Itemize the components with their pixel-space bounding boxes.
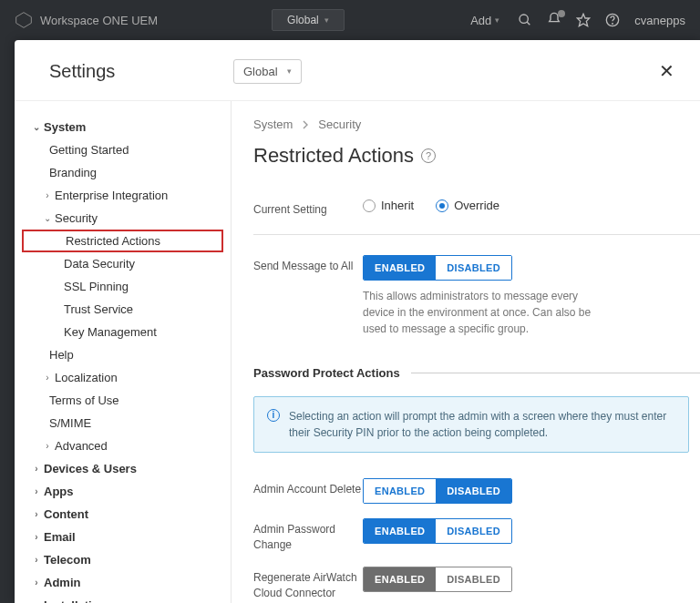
sidebar-item-system[interactable]: ⌄System xyxy=(22,116,223,138)
send-message-all-label: Send Message to All xyxy=(253,255,363,274)
send-message-all-toggle[interactable]: ENABLED DISABLED xyxy=(363,255,512,281)
info-box: i Selecting an action will prompt the ad… xyxy=(253,396,689,453)
current-user-label[interactable]: cvanepps xyxy=(634,14,685,27)
modal-title: Settings xyxy=(49,61,213,82)
sidebar-item-content[interactable]: ›Content xyxy=(22,503,223,526)
help-circle-icon[interactable]: ? xyxy=(421,148,436,163)
chevron-down-icon: ⌄ xyxy=(42,213,53,223)
send-message-all-help: This allows administrators to message ev… xyxy=(363,288,600,337)
admin-password-change-toggle[interactable]: ENABLED DISABLED xyxy=(363,518,512,544)
topbar-org-group-dropdown[interactable]: Global ▾ xyxy=(272,9,345,31)
modal-org-group-label: Global xyxy=(243,65,278,78)
settings-content: System Security Restricted Actions ? Cur… xyxy=(232,101,700,603)
toggle-disabled[interactable]: DISABLED xyxy=(436,519,511,543)
sidebar-item-restricted-actions[interactable]: Restricted Actions xyxy=(22,230,223,252)
chevron-right-icon xyxy=(302,120,309,129)
svg-marker-3 xyxy=(578,14,590,26)
toggle-disabled[interactable]: DISABLED xyxy=(436,567,511,591)
sidebar-item-email[interactable]: ›Email xyxy=(22,526,223,548)
settings-sidebar: ⌄System Getting Started Branding ›Enterp… xyxy=(15,101,232,603)
chevron-right-icon: › xyxy=(31,486,42,496)
add-menu[interactable]: Add ▾ xyxy=(470,14,499,27)
sidebar-item-smime[interactable]: S/MIME xyxy=(22,412,223,434)
sidebar-item-terms-of-use[interactable]: Terms of Use xyxy=(22,389,223,412)
chevron-down-icon: ▾ xyxy=(495,15,499,25)
send-message-all-row: Send Message to All ENABLED DISABLED Thi… xyxy=(253,248,700,344)
info-text: Selecting an action will prompt the admi… xyxy=(289,408,675,441)
add-label: Add xyxy=(470,14,491,27)
svg-point-1 xyxy=(520,15,528,23)
sidebar-item-security[interactable]: ⌄Security xyxy=(22,207,223,230)
admin-account-delete-row: Admin Account Delete ENABLED DISABLED xyxy=(253,471,700,511)
app-topbar: Workspace ONE UEM Global ▾ Add ▾ cvanepp… xyxy=(0,0,700,40)
regenerate-cert-label: Regenerate AirWatch Cloud Connector Cert… xyxy=(253,567,363,603)
notifications-icon[interactable] xyxy=(547,12,561,29)
modal-header: Settings Global ▾ ✕ xyxy=(15,40,700,101)
sidebar-item-apps[interactable]: ›Apps xyxy=(22,480,223,503)
admin-account-delete-label: Admin Account Delete xyxy=(253,478,363,497)
chevron-down-icon: ▾ xyxy=(287,66,292,76)
settings-modal: Settings Global ▾ ✕ ⌄System Getting Star… xyxy=(15,40,700,603)
sidebar-item-getting-started[interactable]: Getting Started xyxy=(22,138,223,161)
chevron-right-icon: › xyxy=(31,464,42,474)
toggle-enabled[interactable]: ENABLED xyxy=(364,479,436,503)
sidebar-item-devices-users[interactable]: ›Devices & Users xyxy=(22,457,223,480)
sidebar-item-help[interactable]: Help xyxy=(22,343,223,366)
chevron-right-icon: › xyxy=(42,190,53,200)
sidebar-item-advanced[interactable]: ›Advanced xyxy=(22,434,223,457)
sidebar-item-branding[interactable]: Branding xyxy=(22,161,223,184)
chevron-down-icon: ▾ xyxy=(324,15,329,25)
workspace-one-logo-icon xyxy=(15,11,33,29)
help-icon[interactable] xyxy=(605,13,620,27)
chevron-right-icon: › xyxy=(31,555,42,565)
topbar-org-group-label: Global xyxy=(287,14,319,26)
page-title: Restricted Actions ? xyxy=(253,144,700,168)
close-icon[interactable]: ✕ xyxy=(655,56,678,86)
info-icon: i xyxy=(267,409,280,422)
star-icon[interactable] xyxy=(576,13,591,27)
current-setting-label: Current Setting xyxy=(253,199,363,218)
breadcrumb-security[interactable]: Security xyxy=(318,118,361,131)
toggle-enabled[interactable]: ENABLED xyxy=(364,567,436,591)
admin-account-delete-toggle[interactable]: ENABLED DISABLED xyxy=(363,478,512,504)
chevron-right-icon: › xyxy=(31,509,42,519)
svg-line-2 xyxy=(527,22,530,25)
svg-point-5 xyxy=(612,24,613,25)
sidebar-item-key-management[interactable]: Key Management xyxy=(22,321,223,343)
sidebar-item-admin[interactable]: ›Admin xyxy=(22,571,223,594)
chevron-right-icon: › xyxy=(42,441,53,451)
admin-password-change-label: Admin Password Change xyxy=(253,518,363,553)
breadcrumb-system[interactable]: System xyxy=(253,118,293,131)
sidebar-item-telecom[interactable]: ›Telecom xyxy=(22,548,223,571)
toggle-enabled[interactable]: ENABLED xyxy=(364,256,436,280)
chevron-right-icon: › xyxy=(31,532,42,542)
sidebar-item-enterprise-integration[interactable]: ›Enterprise Integration xyxy=(22,184,223,207)
regenerate-cert-row: Regenerate AirWatch Cloud Connector Cert… xyxy=(253,559,700,603)
svg-marker-0 xyxy=(16,13,32,28)
chevron-right-icon: › xyxy=(31,577,42,588)
regenerate-cert-toggle[interactable]: ENABLED DISABLED xyxy=(363,567,512,592)
admin-password-change-row: Admin Password Change ENABLED DISABLED xyxy=(253,511,700,560)
sidebar-item-data-security[interactable]: Data Security xyxy=(22,252,223,275)
password-protect-section: Password Protect Actions xyxy=(253,366,700,380)
chevron-right-icon: › xyxy=(42,373,53,383)
current-setting-row: Current Setting Inherit Override xyxy=(253,191,700,225)
chevron-down-icon: ⌄ xyxy=(31,122,42,132)
sidebar-item-localization[interactable]: ›Localization xyxy=(22,366,223,389)
toggle-disabled[interactable]: DISABLED xyxy=(436,256,511,280)
breadcrumb: System Security xyxy=(253,118,700,131)
sidebar-item-installation[interactable]: ›Installation xyxy=(22,594,223,603)
search-icon[interactable] xyxy=(518,13,532,27)
modal-org-group-dropdown[interactable]: Global ▾ xyxy=(233,59,302,84)
sidebar-item-trust-service[interactable]: Trust Service xyxy=(22,298,223,321)
divider xyxy=(253,234,700,235)
product-name: Workspace ONE UEM xyxy=(40,14,158,27)
radio-override[interactable]: Override xyxy=(436,199,499,212)
sidebar-item-ssl-pinning[interactable]: SSL Pinning xyxy=(22,275,223,298)
radio-inherit[interactable]: Inherit xyxy=(363,199,414,212)
toggle-enabled[interactable]: ENABLED xyxy=(364,519,436,543)
toggle-disabled[interactable]: DISABLED xyxy=(436,479,511,503)
